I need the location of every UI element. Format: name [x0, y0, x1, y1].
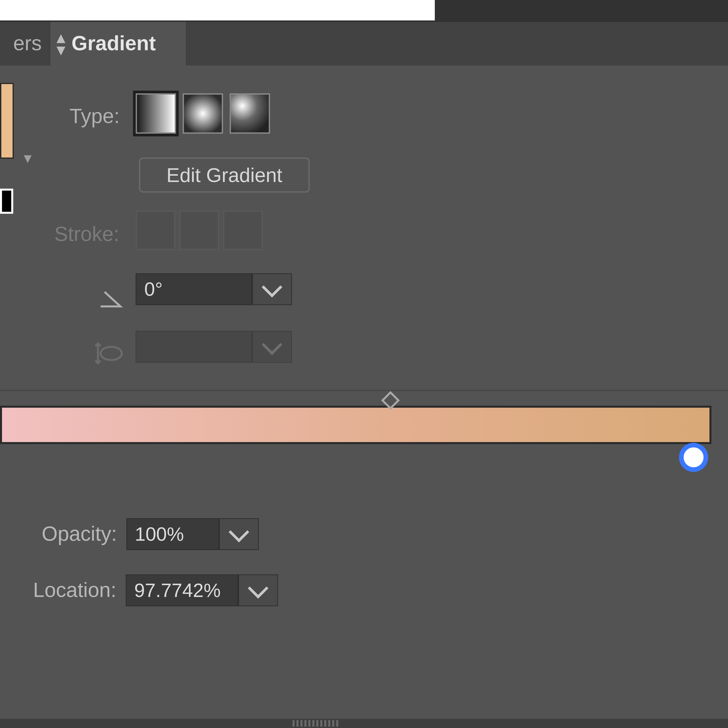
- angle-icon: [98, 280, 124, 318]
- gradient-panel: ers ▴▾ Gradient ▼ Type: Edit Gradient St…: [0, 21, 728, 722]
- opacity-label: Opacity:: [42, 522, 117, 546]
- type-label: Type:: [70, 105, 120, 128]
- radial-gradient-icon[interactable]: [183, 93, 223, 134]
- panel-tabs: ers ▴▾ Gradient: [0, 22, 728, 66]
- location-label: Location:: [33, 578, 116, 602]
- stroke-swatch[interactable]: [0, 188, 13, 214]
- chevron-down-icon: [262, 335, 282, 355]
- gradient-type-group: [136, 93, 270, 134]
- chevron-down-icon: [248, 578, 268, 599]
- document-canvas-corner: [0, 0, 435, 21]
- angle-value: 0°: [144, 278, 163, 300]
- chevron-down-icon: [262, 277, 282, 298]
- gradient-ramp[interactable]: [0, 406, 711, 444]
- app-background: [435, 0, 728, 21]
- aspect-ratio-dropdown: [252, 331, 292, 363]
- tab-label: Gradient: [72, 32, 156, 56]
- opacity-row: Opacity: 100%: [42, 518, 258, 550]
- angle-input[interactable]: 0°: [136, 273, 252, 305]
- linear-gradient-icon[interactable]: [136, 93, 176, 134]
- stroke-label: Stroke:: [54, 222, 119, 246]
- tab-previous[interactable]: ers: [0, 22, 50, 66]
- stroke-across-icon: [223, 210, 263, 250]
- location-row: Location: 97.7742%: [33, 574, 278, 606]
- stroke-along-icon: [179, 210, 219, 250]
- stroke-gradient-group: [136, 210, 263, 250]
- opacity-input[interactable]: 100%: [126, 518, 219, 550]
- button-label: Edit Gradient: [166, 164, 282, 187]
- divider: [0, 390, 728, 391]
- location-dropdown[interactable]: [238, 574, 278, 606]
- aspect-ratio-icon: [94, 337, 126, 375]
- stroke-within-icon: [136, 210, 175, 250]
- freeform-gradient-icon[interactable]: [230, 93, 270, 134]
- gradient-stop-selected[interactable]: [679, 443, 708, 472]
- angle-dropdown[interactable]: [252, 273, 292, 305]
- svg-point-0: [101, 347, 122, 360]
- resize-grabber-icon: [292, 720, 372, 726]
- sort-icon: ▴▾: [57, 32, 65, 56]
- aspect-ratio-input: [136, 331, 252, 363]
- gradient-preview-swatch[interactable]: [0, 83, 14, 159]
- opacity-value: 100%: [135, 523, 184, 545]
- opacity-dropdown[interactable]: [219, 518, 258, 550]
- gradient-preset-dropdown[interactable]: ▼: [21, 151, 34, 166]
- location-input[interactable]: 97.7742%: [125, 574, 238, 606]
- tab-gradient[interactable]: ▴▾ Gradient: [50, 22, 187, 66]
- tab-label: ers: [13, 32, 42, 56]
- chevron-down-icon: [228, 522, 249, 542]
- location-value: 97.7742%: [134, 580, 221, 601]
- edit-gradient-button[interactable]: Edit Gradient: [139, 158, 310, 193]
